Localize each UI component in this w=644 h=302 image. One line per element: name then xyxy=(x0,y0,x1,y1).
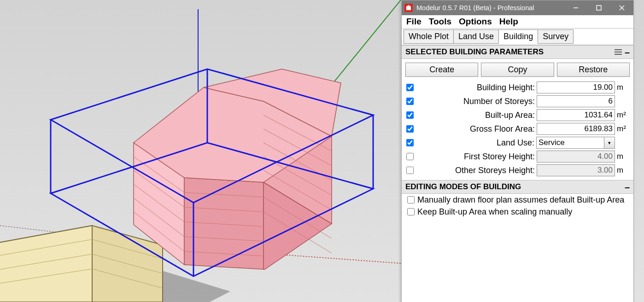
param-checkbox[interactable] xyxy=(406,84,414,91)
minimize-button[interactable] xyxy=(564,0,587,15)
maximize-button[interactable] xyxy=(587,0,610,15)
collapse-icon[interactable]: – xyxy=(625,50,630,54)
param-input[interactable] xyxy=(537,109,615,121)
window-title: Modelur 0.5.7 R01 (Beta) - Professional xyxy=(416,4,534,12)
editing-list: Manually drawn floor plan assumes defaul… xyxy=(402,194,633,218)
param-input xyxy=(537,164,615,176)
tab-land-use[interactable]: Land Use xyxy=(453,29,499,44)
param-row: Land Use:▾ xyxy=(402,136,633,150)
svg-marker-6 xyxy=(0,226,92,302)
param-checkbox[interactable] xyxy=(406,111,414,119)
editing-row: Manually drawn floor plan assumes defaul… xyxy=(402,194,633,206)
app-icon xyxy=(404,4,413,12)
param-checkbox[interactable] xyxy=(406,139,414,146)
menubar: File Tools Options Help xyxy=(402,15,633,29)
menu-help[interactable]: Help xyxy=(498,16,520,28)
menu-icon[interactable] xyxy=(615,49,622,55)
param-label: Land Use: xyxy=(416,138,536,148)
param-label: Other Storeys Height: xyxy=(416,166,537,175)
buttons-row: Create Copy Restore xyxy=(402,59,633,81)
param-row: Gross Floor Area:m² xyxy=(402,122,633,136)
param-row: Number of Storeys: xyxy=(402,94,633,108)
close-button[interactable] xyxy=(610,0,633,15)
parameters-list: Building Height:mNumber of Storeys:Built… xyxy=(402,81,633,177)
param-checkbox[interactable] xyxy=(406,167,414,174)
editing-row: Keep Built-up Area when scaling manually xyxy=(402,206,633,218)
beige-building xyxy=(0,226,163,302)
param-unit: m² xyxy=(615,124,630,134)
param-checkbox[interactable] xyxy=(406,125,414,133)
editing-label: Keep Built-up Area when scaling manually xyxy=(417,207,572,217)
titlebar[interactable]: Modelur 0.5.7 R01 (Beta) - Professional xyxy=(402,0,633,15)
param-unit: m xyxy=(615,83,630,92)
create-button[interactable]: Create xyxy=(405,63,478,77)
param-input[interactable] xyxy=(537,95,615,107)
menu-file[interactable]: File xyxy=(404,16,423,28)
section-parameters-title: SELECTED BUILDING PARAMETERS xyxy=(405,47,544,57)
svg-rect-43 xyxy=(597,6,601,10)
menu-options[interactable]: Options xyxy=(457,16,494,28)
pink-building xyxy=(134,69,341,269)
collapse-icon[interactable]: – xyxy=(625,185,630,189)
param-row: Building Height:m xyxy=(402,81,633,94)
param-row: First Storey Height:m xyxy=(402,150,633,163)
param-input[interactable] xyxy=(536,137,604,149)
param-input xyxy=(537,151,615,163)
editing-label: Manually drawn floor plan assumes defaul… xyxy=(417,195,624,205)
land-use-combo[interactable]: ▾ xyxy=(536,137,615,149)
editing-checkbox[interactable] xyxy=(407,196,415,203)
param-label: First Storey Height: xyxy=(416,152,537,162)
param-unit: m xyxy=(615,152,630,161)
section-editing-header[interactable]: EDITING MODES OF BUILDING – xyxy=(402,180,633,194)
param-row: Built-up Area:m² xyxy=(402,108,633,122)
section-editing-title: EDITING MODES OF BUILDING xyxy=(405,182,521,192)
param-input[interactable] xyxy=(537,123,615,135)
param-label: Building Height: xyxy=(416,83,537,93)
tabbar: Whole Plot Land Use Building Survey xyxy=(402,29,633,45)
param-label: Number of Storeys: xyxy=(416,97,537,106)
tab-survey[interactable]: Survey xyxy=(538,29,574,44)
param-label: Gross Floor Area: xyxy=(416,124,537,134)
param-checkbox[interactable] xyxy=(406,153,414,160)
param-label: Built-up Area: xyxy=(416,110,537,120)
menu-tools[interactable]: Tools xyxy=(427,16,453,28)
restore-button[interactable]: Restore xyxy=(557,63,630,77)
chevron-down-icon[interactable]: ▾ xyxy=(604,137,615,149)
tab-whole-plot[interactable]: Whole Plot xyxy=(404,29,454,44)
copy-button[interactable]: Copy xyxy=(481,63,554,77)
svg-marker-15 xyxy=(184,178,263,269)
param-unit: m xyxy=(615,166,630,175)
modelur-panel: Modelur 0.5.7 R01 (Beta) - Professional … xyxy=(401,0,634,302)
param-checkbox[interactable] xyxy=(406,98,414,105)
section-parameters-header[interactable]: SELECTED BUILDING PARAMETERS – xyxy=(402,45,633,59)
editing-checkbox[interactable] xyxy=(407,208,415,215)
tab-building[interactable]: Building xyxy=(498,29,538,44)
param-row: Other Storeys Height:m xyxy=(402,163,633,177)
param-unit: m² xyxy=(615,110,630,120)
param-input[interactable] xyxy=(537,81,615,93)
